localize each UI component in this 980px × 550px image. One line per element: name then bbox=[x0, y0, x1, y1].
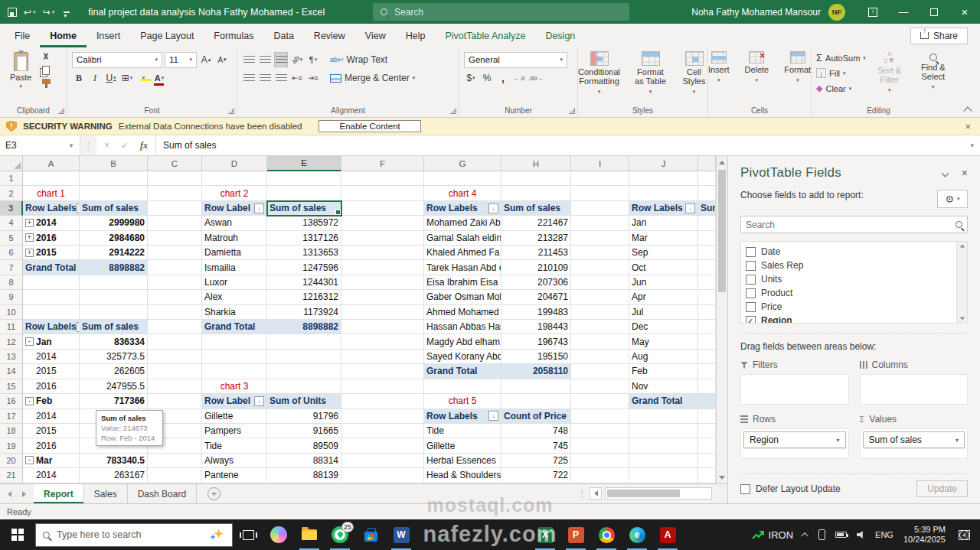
cell-K10[interactable] bbox=[698, 305, 716, 320]
formula-input[interactable]: Sum of sales bbox=[156, 135, 964, 155]
cell-D15[interactable]: chart 3 bbox=[202, 379, 267, 394]
accounting-format-button[interactable]: $▾ bbox=[464, 70, 478, 86]
field-item-units[interactable]: Units bbox=[743, 272, 965, 286]
autosum-button[interactable]: ΣAutoSum▾ bbox=[816, 50, 866, 65]
values-field-pill[interactable]: Sum of sales▾ bbox=[863, 431, 965, 448]
cell-C3[interactable] bbox=[148, 201, 202, 216]
cell-C6[interactable] bbox=[148, 246, 202, 260]
cell-K7[interactable] bbox=[698, 260, 716, 275]
cell-E7[interactable]: 1247596 bbox=[267, 260, 341, 275]
cell-H4[interactable]: 221467 bbox=[501, 216, 571, 230]
format-cells-button[interactable]: Format▾ bbox=[779, 50, 815, 104]
number-dialog-launcher-icon[interactable] bbox=[569, 108, 575, 114]
cell-D4[interactable]: Aswan bbox=[202, 216, 267, 230]
cell-J14[interactable]: Feb bbox=[629, 364, 698, 379]
cell-H21[interactable]: 722 bbox=[501, 468, 571, 483]
cell-F15[interactable] bbox=[341, 379, 424, 394]
update-button[interactable]: Update bbox=[916, 480, 968, 497]
select-all-corner[interactable] bbox=[0, 156, 23, 171]
row-header-9[interactable]: 9 bbox=[0, 290, 23, 304]
row-header-19[interactable]: 19 bbox=[0, 438, 23, 453]
cell-F8[interactable] bbox=[341, 275, 424, 290]
cell-F19[interactable] bbox=[341, 438, 424, 453]
tab-data[interactable]: Data bbox=[263, 24, 303, 47]
find-select-button[interactable]: Find & Select▾ bbox=[913, 50, 953, 104]
cell-F10[interactable] bbox=[341, 305, 424, 320]
cell-G6[interactable]: Khaled Ahmed Fa bbox=[424, 246, 501, 260]
cell-J15[interactable]: Nov bbox=[629, 379, 698, 394]
increase-indent-button[interactable]: ⇥≡ bbox=[306, 70, 320, 86]
font-dialog-launcher-icon[interactable] bbox=[228, 108, 234, 114]
cell-B10[interactable] bbox=[80, 305, 148, 320]
cell-B8[interactable] bbox=[80, 275, 148, 290]
cell-C9[interactable] bbox=[148, 290, 202, 304]
cut-icon[interactable] bbox=[41, 53, 51, 62]
cell-I5[interactable] bbox=[571, 231, 629, 246]
cell-J16[interactable]: Grand Total bbox=[629, 394, 698, 408]
battery-icon[interactable] bbox=[835, 532, 847, 538]
checkbox-icon[interactable] bbox=[746, 261, 756, 271]
cell-H17[interactable]: Count of Price bbox=[501, 409, 571, 424]
cell-F18[interactable] bbox=[341, 424, 424, 438]
cell-H16[interactable] bbox=[501, 394, 571, 408]
values-well[interactable]: Sum of sales▾ bbox=[860, 428, 969, 459]
cell-F20[interactable] bbox=[341, 454, 424, 468]
cell-G17[interactable]: Row Labels↓ bbox=[424, 409, 501, 424]
increase-decimal-button[interactable]: ←.0 bbox=[512, 70, 526, 86]
cell-J2[interactable] bbox=[629, 186, 698, 200]
cell-J8[interactable]: Jun bbox=[629, 275, 698, 290]
horizontal-scrollbar[interactable]: ⋮ bbox=[578, 487, 712, 500]
cell-D7[interactable]: Ismailia bbox=[202, 260, 267, 275]
percent-style-button[interactable]: % bbox=[480, 70, 494, 86]
cell-C13[interactable] bbox=[148, 350, 202, 364]
cell-F9[interactable] bbox=[341, 290, 424, 304]
sheet-tab-report[interactable]: Report bbox=[34, 484, 84, 503]
cell-K14[interactable] bbox=[698, 364, 716, 379]
language-indicator[interactable]: ENG bbox=[875, 530, 893, 539]
cell-E20[interactable]: 88314 bbox=[267, 454, 341, 468]
cell-C12[interactable] bbox=[148, 334, 202, 349]
cell-D21[interactable]: Pantene bbox=[202, 468, 267, 483]
cell-K6[interactable] bbox=[698, 246, 716, 260]
cell-G12[interactable]: Magdy Abd elham bbox=[424, 334, 501, 349]
cell-F3[interactable] bbox=[341, 201, 424, 216]
align-left-button[interactable] bbox=[242, 70, 256, 86]
align-bottom-button[interactable] bbox=[274, 52, 288, 67]
cell-J18[interactable] bbox=[629, 424, 698, 438]
cell-G1[interactable] bbox=[424, 171, 501, 186]
cell-A12[interactable]: -Jan bbox=[23, 334, 80, 349]
cell-K9[interactable] bbox=[698, 290, 716, 304]
cell-H12[interactable]: 196743 bbox=[501, 334, 571, 349]
align-middle-button[interactable] bbox=[258, 52, 272, 67]
columns-well[interactable] bbox=[860, 374, 969, 405]
taskbar-microsoft-store-button[interactable] bbox=[355, 519, 386, 550]
cell-A18[interactable]: 2015 bbox=[23, 424, 80, 438]
cell-I14[interactable] bbox=[571, 364, 629, 379]
row-header-13[interactable]: 13 bbox=[0, 350, 23, 364]
fill-color-button[interactable]: ▾ bbox=[136, 70, 150, 86]
notification-center-button[interactable]: 4 bbox=[956, 526, 972, 543]
taskbar-search[interactable]: Type here to search bbox=[35, 523, 233, 547]
cell-A6[interactable]: +2015 bbox=[23, 246, 80, 260]
cell-A21[interactable]: 2014 bbox=[23, 468, 80, 483]
cell-C8[interactable] bbox=[148, 275, 202, 290]
redo-button[interactable]: ↪▾ bbox=[43, 8, 55, 17]
cell-H3[interactable]: Sum of sales bbox=[501, 201, 571, 216]
alignment-dialog-launcher-icon[interactable] bbox=[450, 108, 456, 114]
row-header-15[interactable]: 15 bbox=[0, 379, 23, 394]
cell-J1[interactable] bbox=[629, 171, 698, 186]
comma-style-button[interactable]: , bbox=[496, 70, 510, 86]
row-header-6[interactable]: 6 bbox=[0, 246, 23, 260]
checkbox-icon[interactable] bbox=[746, 275, 756, 285]
cell-A15[interactable]: 2016 bbox=[23, 379, 80, 394]
cell-I17[interactable] bbox=[571, 409, 629, 424]
cell-E19[interactable]: 89509 bbox=[267, 438, 341, 453]
undo-button[interactable]: ↩▾ bbox=[24, 8, 36, 17]
cell-K11[interactable] bbox=[698, 320, 716, 334]
sort-icon[interactable]: ↓ bbox=[254, 203, 264, 213]
taskbar-whatsapp-button[interactable]: 25 bbox=[325, 519, 355, 550]
cell-E18[interactable]: 91665 bbox=[267, 424, 341, 438]
fields-search[interactable] bbox=[740, 216, 968, 233]
cell-K1[interactable] bbox=[698, 171, 716, 186]
cell-A1[interactable] bbox=[23, 171, 80, 186]
